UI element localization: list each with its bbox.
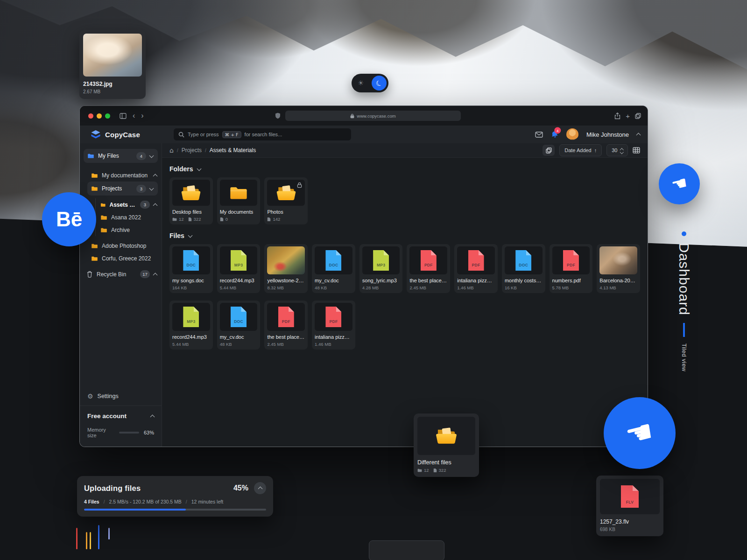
sidebar-item-projects[interactable]: Projects 3 xyxy=(87,182,158,196)
file-card[interactable]: MP3 record244.mp3 5.44 MB xyxy=(217,244,261,293)
file-card[interactable]: yellowstone-2022.jpg 8.32 MB xyxy=(264,244,308,293)
file-name: intaliana pizza.pdf xyxy=(315,334,352,340)
upload-speed: 2.5 MB/s - 120.2 MB of 230.5 MB xyxy=(109,499,182,504)
sidebar-panel-icon[interactable] xyxy=(120,113,127,119)
minimize-window-button[interactable] xyxy=(97,113,102,119)
files-section-header[interactable]: Files xyxy=(169,232,640,239)
upload-stats: 4 Files / 2.5 MB/s - 120.2 MB of 230.5 M… xyxy=(84,499,266,504)
chevron-up-icon xyxy=(153,174,158,178)
file-card[interactable]: DOC my songs.doc 164 KB xyxy=(169,244,213,293)
file-name: record244.mp3 xyxy=(220,278,258,283)
file-card[interactable]: PDF intaliana pizza.pdf 1.46 MB xyxy=(312,301,355,350)
sidebar-item-settings[interactable]: ⚙ Settings xyxy=(80,392,162,400)
file-card[interactable]: MP3 song_lyric.mp3 4.28 MB xyxy=(359,244,403,293)
upload-panel: Uploading files 45% 4 Files / 2.5 MB/s -… xyxy=(77,476,273,517)
folder-card[interactable]: Photos 142 xyxy=(264,177,308,224)
avatar[interactable] xyxy=(566,128,578,140)
desktop: 2143S2.jpg 2.67 MB ☀ ☾ Dashboard Tiled v… xyxy=(0,0,747,560)
grid-view-icon[interactable] xyxy=(633,147,640,154)
file-card[interactable]: MP3 record244.mp3 5.44 MB xyxy=(169,301,213,350)
folder-card[interactable]: My documents 0 xyxy=(217,177,261,224)
window-controls[interactable] xyxy=(88,113,110,119)
file-card[interactable]: PDF numbers.pdf 5.78 MB xyxy=(550,244,593,293)
file-type-icon: DOC xyxy=(325,250,341,271)
search-input[interactable]: Type or press ⌘ + F for search files... xyxy=(174,128,351,140)
file-card[interactable]: PDF the best places.pdf 2.45 MB xyxy=(407,244,450,293)
breadcrumb-projects[interactable]: Projects xyxy=(182,147,202,154)
address-bar[interactable]: www.copycase.com xyxy=(285,111,461,121)
sidebar-item-label: Recycle Bin xyxy=(97,271,126,278)
behance-badge[interactable]: Bē xyxy=(42,192,96,246)
notifications-button[interactable]: 4 xyxy=(550,130,559,139)
file-tile: DOC xyxy=(220,303,258,331)
file-name: 1257_23.flv xyxy=(600,518,660,525)
decor-bar-amber xyxy=(86,532,87,549)
file-type-icon: PDF xyxy=(325,307,341,327)
sidebar-item-my-documentation[interactable]: My documentation xyxy=(80,169,162,182)
decor-bar-yellow xyxy=(90,532,91,549)
theme-toggle[interactable]: ☀ ☾ xyxy=(352,74,388,92)
file-card[interactable]: PDF intaliana pizza.pdf 1.46 MB xyxy=(454,244,498,293)
sidebar-item-corfu-greece-2022[interactable]: Corfu, Greece 2022 xyxy=(80,252,162,265)
file-size: 48 KB xyxy=(220,342,258,347)
new-tab-button[interactable]: + xyxy=(626,112,630,120)
shield-icon[interactable] xyxy=(275,112,281,119)
sort-button[interactable]: Date Added ↑ xyxy=(559,144,602,156)
flv-file-card[interactable]: FLV 1257_23.flv 698 KB xyxy=(596,476,663,536)
file-type-icon: DOC xyxy=(515,250,531,271)
file-card[interactable]: PDF the best places.pdf 2.45 MB xyxy=(264,301,308,350)
files-grid-row1: DOC my songs.doc 164 KBMP3 record244.mp3… xyxy=(169,244,640,293)
file-name: yellowstone-2022.jpg xyxy=(267,278,305,283)
search-placeholder-suffix: for search files... xyxy=(245,132,282,137)
chevron-up-icon[interactable] xyxy=(150,414,155,419)
different-files-card[interactable]: Different files 12 322 xyxy=(414,413,479,477)
settings-label: Settings xyxy=(98,393,119,399)
sidebar-item-adobe-photoshop[interactable]: Adobe Photoshop xyxy=(80,239,162,252)
photo-file-name: 2143S2.jpg xyxy=(83,81,142,87)
chevron-up-icon[interactable] xyxy=(636,133,641,138)
file-card[interactable]: DOC my_cv.doc 48 KB xyxy=(312,244,355,293)
sidebar-item-label: Assets & M... xyxy=(110,202,136,208)
folder-icon xyxy=(229,185,248,201)
pointer-hand-icon: ☚ xyxy=(622,412,657,454)
folder-open-icon xyxy=(276,184,296,202)
breadcrumb-separator: / xyxy=(177,148,178,153)
sidebar-item-my-files[interactable]: My Files 4 xyxy=(84,149,158,163)
collapse-upload-button[interactable] xyxy=(254,482,266,494)
files-label: Files xyxy=(169,232,184,239)
chevron-down-icon xyxy=(149,186,154,190)
file-tile: MP3 xyxy=(362,246,400,274)
file-tile: DOC xyxy=(505,246,543,274)
home-icon[interactable]: ⌂ xyxy=(169,147,174,154)
file-card[interactable]: DOC my_cv.doc 48 KB xyxy=(217,301,261,350)
file-name: record244.mp3 xyxy=(172,334,210,340)
file-count: 322 xyxy=(433,468,446,473)
chevron-down-icon xyxy=(188,233,192,238)
folders-section-header[interactable]: Folders xyxy=(169,165,640,173)
file-card[interactable]: DOC monthly costs.doc 16 KB xyxy=(502,244,545,293)
file-card[interactable]: Barcelona-2021.jpg 4.13 MB xyxy=(597,244,640,293)
desktop-photo-card[interactable]: 2143S2.jpg 2.67 MB xyxy=(79,30,146,99)
folder-name: Different files xyxy=(417,459,475,466)
forward-button[interactable]: › xyxy=(141,112,143,119)
browser-nav: ‹ › xyxy=(120,112,144,119)
folder-card[interactable]: Desktop files 12 322 xyxy=(169,177,213,224)
share-icon[interactable] xyxy=(614,112,620,119)
tabs-icon[interactable] xyxy=(635,113,641,119)
app-header: CopyCase Type or press ⌘ + F for search … xyxy=(80,126,648,144)
sidebar-item-recycle-bin[interactable]: Recycle Bin 17 xyxy=(80,268,162,280)
page-size-select[interactable]: 30 xyxy=(606,144,628,156)
page-size-value: 30 xyxy=(612,147,617,153)
moon-icon: ☾ xyxy=(374,77,384,88)
copy-button[interactable] xyxy=(543,145,555,156)
toggle-knob[interactable]: ☾ xyxy=(372,76,387,91)
zoom-window-button[interactable] xyxy=(105,113,110,119)
mail-icon[interactable] xyxy=(535,132,543,138)
file-count: 0 xyxy=(220,217,228,222)
close-window-button[interactable] xyxy=(88,113,93,119)
view-toolbar: Date Added ↑ 30 xyxy=(543,144,640,156)
app-logo[interactable]: CopyCase xyxy=(90,130,140,140)
file-tile: PDF xyxy=(267,303,305,331)
folder-stats: 0 xyxy=(220,217,258,222)
back-button[interactable]: ‹ xyxy=(133,112,135,119)
